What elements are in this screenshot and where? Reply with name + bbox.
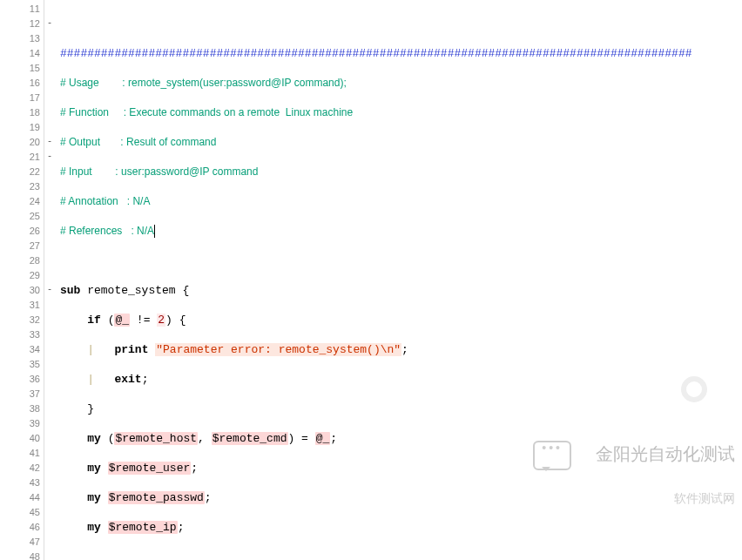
line-number: 42: [0, 461, 40, 476]
line-number: 34: [0, 342, 40, 357]
line-number: 35: [0, 357, 40, 372]
line-number: 27: [0, 239, 40, 253]
var-remote-ip: $remote_ip: [108, 521, 178, 534]
fold-marker: [44, 326, 55, 341]
fold-marker: [44, 355, 55, 370]
fold-marker[interactable]: -: [44, 148, 55, 163]
paren-close: ) {: [165, 314, 186, 327]
comment-output: # Output : Result of command: [60, 136, 216, 148]
line-number: 11: [0, 2, 40, 17]
line-number: 44: [0, 490, 40, 505]
line-number: 47: [0, 535, 40, 550]
line-number: 12: [0, 17, 40, 31]
fold-marker: [44, 178, 55, 192]
line-number: 41: [0, 446, 40, 461]
fold-marker[interactable]: -: [44, 133, 55, 148]
comment-references: # References : N/A: [60, 225, 154, 237]
fold-marker[interactable]: -: [44, 281, 55, 296]
fold-marker: [44, 429, 55, 444]
fold-marker: [44, 415, 55, 429]
comment-function: # Function : Execute commands on a remot…: [60, 106, 353, 118]
fold-marker: [44, 192, 55, 207]
editor-root: 1112131415161718192021222324252627282930…: [0, 0, 742, 560]
fold-marker: [44, 311, 55, 326]
comma: ,: [198, 432, 212, 445]
fold-marker: [44, 118, 55, 133]
line-number: 46: [0, 520, 40, 535]
fold-marker: [44, 296, 55, 311]
fold-marker: [44, 459, 55, 474]
kw-if: if: [87, 314, 107, 327]
line-number: 30: [0, 283, 40, 298]
kw-my: my: [87, 521, 107, 534]
line-number: 21: [0, 150, 40, 165]
fold-marker: [44, 207, 55, 222]
line-number: 25: [0, 209, 40, 224]
comment-annotation: # Annotation : N/A: [60, 195, 150, 207]
line-number: 31: [0, 298, 40, 313]
op-ne: !=: [130, 314, 157, 327]
line-number: 36: [0, 372, 40, 387]
fold-marker: [44, 341, 55, 355]
line-number: 39: [0, 416, 40, 431]
semi: ;: [191, 462, 198, 475]
line-number: 38: [0, 401, 40, 416]
var-remote-host: $remote_host: [114, 432, 198, 445]
var-remote-passwd: $remote_passwd: [108, 491, 205, 504]
fold-marker: [44, 44, 55, 59]
fold-marker: [44, 474, 55, 489]
var-remote-cmd: $remote_cmd: [212, 432, 288, 445]
semi: ;: [330, 432, 337, 445]
line-number: 45: [0, 505, 40, 520]
semi: ;: [178, 521, 185, 534]
fold-column: ----: [44, 0, 55, 560]
line-number: 19: [0, 120, 40, 135]
line-number: 13: [0, 31, 40, 46]
line-number: 20: [0, 135, 40, 150]
comment-usage: # Usage : remote_system(user:password@IP…: [60, 77, 347, 89]
line-number: 29: [0, 268, 40, 283]
line-number: 26: [0, 224, 40, 239]
line-number: 15: [0, 61, 40, 76]
line-number: 40: [0, 431, 40, 446]
fold-marker: [44, 267, 55, 281]
line-number: 32: [0, 313, 40, 327]
line-number: 37: [0, 387, 40, 401]
code-area[interactable]: ########################################…: [55, 0, 742, 560]
fold-marker: [44, 385, 55, 400]
kw-my: my: [87, 432, 107, 445]
sub-name: remote_system: [80, 284, 182, 297]
fold-marker: [44, 163, 55, 178]
semi: ;: [205, 491, 212, 504]
fold-marker: [44, 222, 55, 237]
var-args: @_: [315, 432, 331, 445]
line-number: 43: [0, 476, 40, 490]
fold-marker: [44, 89, 55, 104]
line-number: 48: [0, 550, 40, 560]
line-number: 16: [0, 76, 40, 91]
fold-marker: [44, 444, 55, 459]
fold-marker: [44, 30, 55, 44]
brace-close: }: [87, 402, 94, 415]
fold-marker[interactable]: -: [44, 15, 55, 30]
line-number: 28: [0, 253, 40, 268]
brace: {: [182, 284, 189, 297]
str-param-error: "Parameter error: remote_system()\n": [155, 343, 401, 356]
line-number-gutter: 1112131415161718192021222324252627282930…: [0, 0, 44, 560]
fold-marker: [44, 252, 55, 267]
semi: ;: [142, 373, 149, 386]
assign: ) =: [288, 432, 315, 445]
line-number: 24: [0, 194, 40, 209]
text-caret: [154, 225, 155, 238]
line-number: 14: [0, 46, 40, 61]
line-number: 18: [0, 105, 40, 120]
fold-marker: [44, 548, 55, 560]
kw-sub: sub: [60, 284, 80, 297]
line-number: 22: [0, 165, 40, 179]
fold-marker: [44, 533, 55, 548]
kw-print: print: [114, 343, 155, 356]
fold-marker: [44, 370, 55, 385]
line-number: 23: [0, 179, 40, 194]
fold-marker: [44, 104, 55, 118]
fold-marker: [44, 518, 55, 533]
